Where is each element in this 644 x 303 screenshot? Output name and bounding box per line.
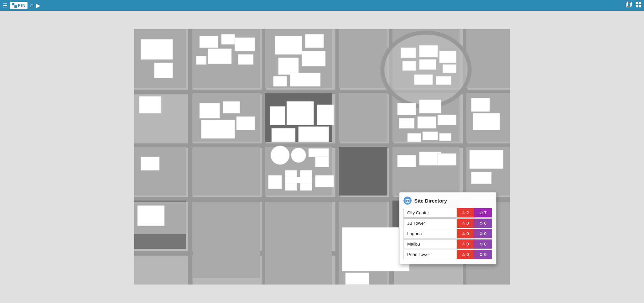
svg-rect-31 [466, 29, 510, 88]
site-alarm-badge[interactable]: ⚠0 [457, 229, 474, 238]
grid-icon [635, 2, 641, 8]
logo-flag-icon [12, 3, 17, 8]
site-settings-badge[interactable]: ⚙0 [474, 240, 492, 249]
svg-rect-90 [345, 273, 369, 285]
svg-rect-77 [397, 103, 416, 115]
svg-rect-63 [270, 106, 285, 125]
svg-rect-52 [238, 54, 253, 64]
topbar-right [626, 2, 641, 9]
forward-arrow-icon[interactable]: ▶ [36, 2, 40, 9]
svg-rect-70 [309, 148, 329, 157]
svg-rect-48 [221, 34, 235, 44]
svg-rect-97 [414, 75, 433, 85]
site-row[interactable]: JB Tower⚠0⚙0 [404, 218, 492, 228]
svg-rect-2 [12, 5, 14, 8]
svg-rect-58 [290, 73, 320, 86]
svg-rect-94 [419, 59, 436, 70]
svg-rect-3 [14, 5, 17, 8]
site-directory-panel: Site Directory City Center⚠2⚙7JB Tower⚠0… [399, 192, 496, 264]
settings-count: 7 [484, 210, 486, 215]
svg-rect-93 [402, 61, 416, 71]
svg-rect-82 [408, 133, 421, 142]
alarm-count: 0 [466, 231, 469, 236]
site-alarm-badge[interactable]: ⚠0 [457, 219, 474, 228]
svg-rect-84 [439, 133, 451, 141]
svg-rect-41 [193, 202, 260, 278]
site-directory-title: Site Directory [414, 198, 447, 204]
settings-count: 0 [484, 221, 486, 226]
settings-count: 0 [484, 231, 486, 236]
svg-rect-7 [636, 2, 638, 4]
svg-point-68 [271, 146, 289, 165]
svg-rect-100 [141, 157, 159, 170]
svg-rect-62 [236, 117, 255, 130]
svg-rect-81 [438, 115, 456, 125]
svg-rect-92 [419, 45, 438, 57]
svg-rect-83 [423, 132, 438, 140]
logo-box[interactable]: FIN [10, 2, 28, 9]
svg-rect-53 [275, 36, 302, 54]
site-name: Pearl Tower [404, 250, 457, 259]
svg-rect-59 [200, 103, 220, 118]
svg-rect-60 [223, 101, 240, 113]
site-row[interactable]: Pearl Tower⚠0⚙0 [404, 250, 492, 259]
svg-rect-76 [315, 175, 334, 187]
svg-rect-87 [470, 150, 503, 169]
settings-gear-icon: ⚙ [479, 252, 483, 257]
alarm-triangle-icon: ⚠ [462, 252, 465, 257]
site-row[interactable]: City Center⚠2⚙7 [404, 208, 492, 218]
svg-rect-5 [626, 3, 630, 7]
svg-rect-50 [235, 38, 255, 51]
site-settings-badge[interactable]: ⚙0 [474, 250, 492, 259]
alarm-triangle-icon: ⚠ [462, 242, 465, 246]
site-alarm-badge[interactable]: ⚠2 [457, 208, 474, 217]
logo-text: FIN [18, 3, 26, 8]
site-name: City Center [404, 208, 457, 217]
site-settings-badge[interactable]: ⚙7 [474, 208, 492, 217]
site-alarm-badge[interactable]: ⚠0 [457, 250, 474, 259]
site-name: JB Tower [404, 219, 457, 228]
svg-rect-91 [401, 48, 416, 58]
settings-gear-icon: ⚙ [479, 211, 483, 215]
svg-rect-74 [285, 177, 312, 183]
grid-view-button[interactable] [635, 2, 641, 9]
site-row[interactable]: Malibu⚠0⚙0 [404, 239, 492, 249]
alarm-count: 0 [466, 242, 469, 247]
restore-button[interactable] [626, 2, 632, 9]
svg-rect-64 [287, 101, 314, 125]
svg-rect-8 [639, 2, 641, 4]
home-icon[interactable]: ⌂ [30, 2, 34, 8]
alarm-triangle-icon: ⚠ [462, 231, 465, 236]
svg-rect-95 [439, 51, 456, 63]
svg-rect-6 [628, 2, 632, 6]
svg-rect-16 [188, 29, 193, 285]
svg-rect-110 [408, 201, 408, 202]
alarm-count: 0 [466, 221, 469, 226]
svg-rect-101 [139, 96, 161, 113]
svg-rect-57 [273, 76, 287, 86]
svg-rect-99 [138, 206, 164, 226]
hamburger-icon[interactable]: ☰ [3, 2, 7, 9]
svg-rect-51 [196, 56, 206, 64]
topbar-left: ☰ FIN ⌂ ▶ [3, 2, 623, 9]
site-directory-header: Site Directory [404, 197, 492, 205]
svg-rect-55 [278, 58, 299, 75]
svg-rect-102 [141, 39, 173, 59]
svg-rect-109 [407, 201, 408, 202]
svg-rect-80 [418, 117, 436, 128]
restore-icon [626, 2, 632, 8]
side-panel-right [510, 29, 644, 285]
svg-rect-67 [299, 127, 329, 142]
site-row[interactable]: Laguna⚠0⚙0 [404, 229, 492, 239]
city-map[interactable]: Site Directory City Center⚠2⚙7JB Tower⚠0… [134, 29, 510, 285]
site-settings-badge[interactable]: ⚙0 [474, 229, 492, 238]
alarm-triangle-icon: ⚠ [462, 211, 465, 215]
side-panel-left [0, 29, 134, 285]
alarm-triangle-icon: ⚠ [462, 221, 465, 225]
settings-gear-icon: ⚙ [479, 231, 483, 236]
svg-rect-61 [201, 120, 235, 138]
site-alarm-badge[interactable]: ⚠0 [457, 240, 474, 249]
svg-rect-85 [471, 98, 490, 112]
svg-rect-34 [339, 93, 387, 142]
site-settings-badge[interactable]: ⚙0 [474, 219, 492, 228]
